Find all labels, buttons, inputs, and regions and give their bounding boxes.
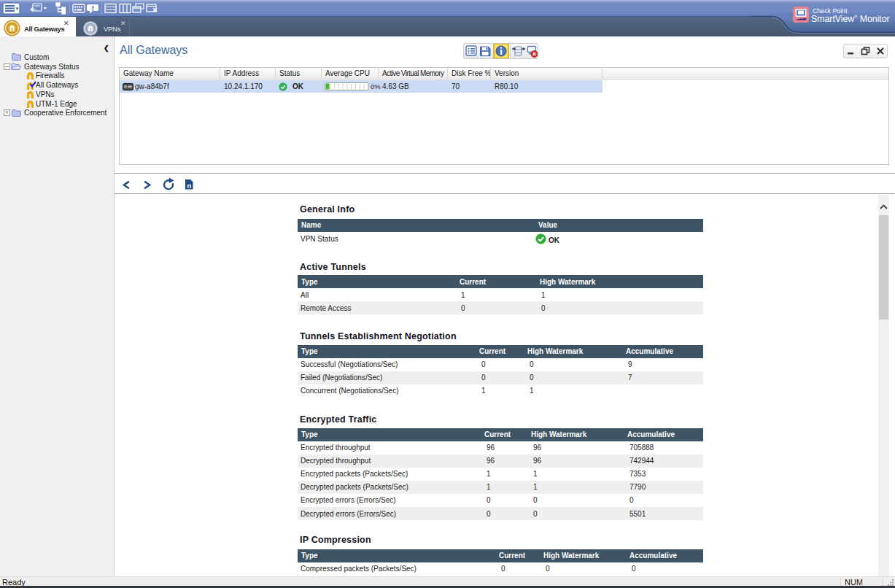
svg-text:SmartView® Monitor: SmartView® Monitor — [811, 14, 890, 24]
